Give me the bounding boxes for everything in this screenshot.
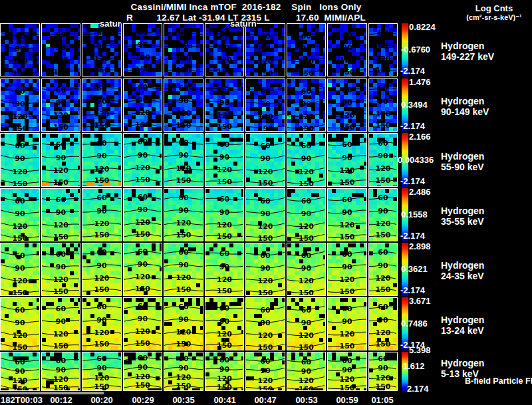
time-tick: 00:47 [245,395,285,405]
energy-row-55-90: 2.166 0.004336 -2.174 Hydrogen 55-90 keV [0,133,532,187]
cbar-mid: 0.7486 [401,319,428,329]
energy-row-90-149: 1.476 0.3494 -2.174 Hydrogen 90-149 keV [0,78,532,132]
cbar-min: -2.174 [400,231,425,241]
energy-band-label: 13-24 keV [441,325,484,336]
energy-row-13-24: 3.671 0.7486 -2.174 Hydrogen 13-24 keV [0,297,532,350]
time-tick: 00:41 [205,395,245,405]
energy-band-label: 35-55 keV [441,216,484,227]
cbar-mid: -0.6760 [401,45,430,55]
cbar-mid: 0.3621 [401,264,428,274]
heatmap-panels-row5 [0,243,398,296]
cbar-min: 2.174 [407,384,429,394]
energy-row-149-227: 0.8224 -0.6760 -2.174 Hydrogen 149-227 k… [0,23,532,76]
species-label: Hydrogen [441,205,484,216]
heatmap-panels-row7 [0,352,398,391]
cbar-mid: 1.612 [403,361,425,371]
species-label: Hydrogen [441,358,484,368]
time-tick: 00:35 [164,395,203,405]
cbar-max: 5.398 [409,345,431,355]
cbar-max: 2.898 [409,241,431,251]
coverage-bar [0,392,104,394]
species-label: Hydrogen [441,315,484,325]
energy-band-label: 149-227 keV [441,51,494,62]
saturn-marker-label-right: saturn [230,19,257,29]
energy-band-label: 24-35 keV [441,271,484,281]
cbar-min: -2.174 [400,285,425,295]
cbar-mid: 0.1558 [401,209,428,219]
time-tick: 00:12 [41,395,81,405]
energy-row-35-55: 2.486 0.1558 -2.174 Hydrogen 35-55 keV [0,188,532,241]
cbar-min: -2.174 [400,121,425,131]
heatmap-panels-row4 [0,188,398,241]
colorbar-units: (cm²-sr-s-keV)⁻¹ [458,13,531,22]
energy-band-label: 90-149 keV [441,106,489,117]
page-title: Cassini/MIMI Inca mTOF 2016-182 Spin Ion… [0,2,492,12]
cbar-mid: 0.004336 [398,155,434,165]
energy-row-5-13: 5.398 1.612 2.174 Hydrogen 5-13 keV [0,352,532,391]
time-tick: 00:20 [82,395,122,405]
time-tick: 00:53 [287,395,327,405]
colorbar-title: Log Cnts [458,3,531,13]
heatmap-panels-row2 [0,78,398,132]
cbar-max: 0.8224 [409,22,436,32]
time-tick: 00:29 [123,395,163,405]
time-axis: 182T00:03 00:12 00:20 00:29 00:35 00:41 … [0,395,532,405]
heatmap-panels-row3 [0,133,398,187]
cbar-max: 2.166 [409,132,431,142]
time-tick: 182T00:03 [1,395,43,405]
heatmap-panels-row1 [0,23,398,76]
species-label: Hydrogen [441,41,484,51]
cbar-mid: 0.3494 [401,100,428,110]
saturn-marker-label-left: satur [100,19,121,29]
energy-row-24-35: 2.898 0.3621 -2.174 Hydrogen 24-35 keV [0,243,532,296]
species-label: Hydrogen [441,151,484,162]
heatmap-panels-row6 [0,297,398,350]
cbar-max: 2.486 [409,187,431,197]
cbar-max: 1.476 [409,77,431,87]
energy-band-label: 55-90 keV [441,162,484,172]
time-tick: 00:59 [327,395,367,405]
time-tick: 01:05 [362,395,402,405]
cbar-min: -2.174 [400,176,425,186]
species-label: Hydrogen [441,96,484,106]
species-label: Hydrogen [441,260,484,271]
cbar-max: 3.671 [409,296,431,306]
bfield-particle-flow-label: B-field Particle Flow [465,376,532,386]
cassini-mimi-display: Cassini/MIMI Inca mTOF 2016-182 Spin Ion… [0,0,532,405]
cbar-min: -2.174 [400,66,425,76]
